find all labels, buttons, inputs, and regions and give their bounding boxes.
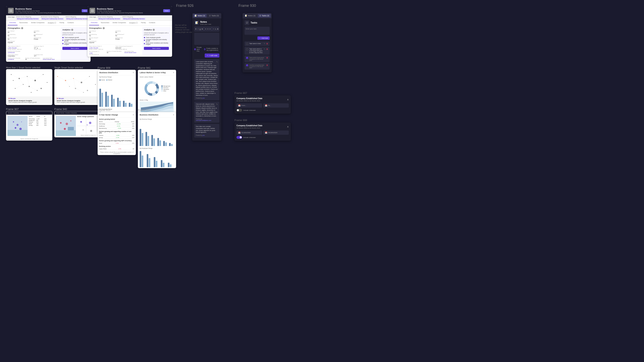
task-checkbox-4[interactable]: ✓ [246,64,248,66]
tag-section-smart: Smart Sector Mapping Mining and Craftman… [16,16,40,20]
svg-rect-1 [11,9,12,10]
strikethrough-btn[interactable]: S [202,27,203,31]
task-delete-3[interactable]: 🗑 [266,57,268,59]
task-edit-1[interactable]: ✎ [264,43,266,45]
task-edit-2[interactable]: ✎ [264,48,266,50]
date-from-input-filled[interactable]: 📅 01/JAN/2000 [236,130,262,135]
task-delete-1[interactable]: 🗑 [266,43,268,45]
svg-point-57 [64,128,66,130]
save-button-848[interactable]: Save [163,9,170,12]
tab-contacts-848[interactable]: Contacts [147,21,157,25]
svg-line-11 [35,74,43,80]
tab-overview-848[interactable]: Overview [89,21,99,25]
tab-similar-848[interactable]: Similar Companies [111,21,128,25]
note-author-3: Posted by you [196,135,218,136]
date-filter-chevron-empty[interactable]: ∧ [287,98,289,101]
task-delete-4[interactable]: 🗑 [266,64,268,66]
tab-taxonomies-848[interactable]: Taxonomies [99,21,111,25]
task-checkbox-2[interactable] [246,48,248,50]
task-text-4: Another completed task [249,64,265,66]
note-text-2: Cras arst velit, aliquam luctus lectus e… [196,103,218,117]
italic-btn[interactable]: I [197,27,199,31]
chart-header-909: Business Distribution × [98,70,136,75]
tab-similar[interactable]: Similar Companies [30,21,46,25]
date-filter-chevron-filled[interactable]: ∧ [287,125,289,128]
table-row: Energy 654 13% [29,124,51,126]
chart-close-909[interactable]: × [132,71,134,74]
chart-close-955[interactable]: × [132,113,134,116]
svg-point-21 [23,84,24,85]
legend-item-1: Sector [100,79,105,81]
tag-chip-naics-848[interactable]: Mining and Craftmanship Services [122,18,146,20]
tab-overview[interactable]: Overview [8,21,18,25]
task-entry-1: Task name in here ✎ 🗑 [244,41,270,46]
add-task-button[interactable]: + + Add task [258,36,270,40]
task-date-3: Completed on 00th Month 2024 [249,58,265,61]
note-edit-icon-2[interactable]: ✎ [216,103,218,105]
task-checkbox-3[interactable]: ✓ [246,57,248,59]
date-filter-header-filled: Company Established Date 00 Month 2000 t… [236,124,289,129]
toggle-unknown-empty[interactable] [236,109,242,112]
task-delete-2[interactable]: 🗑 [266,48,268,50]
tab-taxonomies[interactable]: Taxonomies [18,21,30,25]
tab-analytics[interactable]: Analytics ⓘ [46,21,58,25]
legend-1: Management [162,85,170,87]
tab-tasks[interactable]: ☑ Tasks (3) [208,14,220,17]
note-edit-icon-1[interactable]: ✎ [216,61,218,63]
save-demo-button[interactable]: Save a demo [62,47,87,50]
tag-chip[interactable]: Mining and Craftmanship Services [16,18,40,20]
task-checkbox-1[interactable] [246,43,248,45]
tab-family-848[interactable]: Family [139,21,147,25]
firmo-org-status: Organisation Status Corporation [8,54,33,57]
nav-tabs: Overview Taxonomies Similar Companies An… [6,21,90,25]
grid-btn[interactable]: ⊞ [217,27,218,31]
date-inputs-row-empty: 📅 From... 📅 To... [236,103,289,108]
ordered-list-btn[interactable]: 1. [215,27,216,31]
svg-rect-3 [11,11,12,12]
notes-input[interactable] [194,33,219,45]
sector-row-header: Sector Change Share [99,121,134,123]
svg-line-35 [76,88,84,92]
calendar-from-icon-empty: 📅 [238,104,240,107]
svg-line-15 [15,84,23,88]
bold-btn[interactable]: B [195,27,197,31]
align-center-btn[interactable]: ≡ [207,27,209,31]
save-demo-button-848[interactable]: Save a demo [144,47,169,50]
tab-contacts[interactable]: Contacts [66,21,76,25]
frame-938: Single Smart Sector selected [54,66,100,105]
bullet-list-btn[interactable]: • [212,27,214,31]
private-option[interactable]: Private (just me) [194,46,202,52]
tag-chip-848[interactable]: Mining and Craftmanship Services [98,18,121,20]
tasks-panel: 📝 Notes (3) ☑ Tasks (3) ☑ Tasks Enter yo… [242,13,272,72]
analytics-desc-848: Unlock the full power of analytics with … [144,32,169,35]
svg-rect-7 [92,11,94,12]
insight-text-938: Time company data and track insights gro… [57,102,98,103]
task-text-2: Task name which is a lot longer that goe… [249,48,263,53]
tab-family[interactable]: Family [58,21,66,25]
align-left-btn[interactable]: ≡ [205,27,207,31]
table-row: Healthcare 987 19% [29,120,51,121]
tab-analytics-848[interactable]: Analytics ⓘ [128,21,139,25]
tab-tasks-930[interactable]: ☑ Tasks (3) [258,14,271,17]
svg-point-51 [19,128,22,130]
public-option[interactable]: Public (visible to my organization) [204,46,219,52]
chart-close-941[interactable]: × [173,71,174,74]
svg-point-37 [65,80,66,81]
underline-btn[interactable]: U [199,27,201,31]
add-note-button[interactable]: + + Add note [205,53,219,57]
tab-notes[interactable]: 📝 Notes (3) [193,14,207,17]
tag-chip[interactable]: Mining and Craftmanship Services [41,18,64,20]
firmo-year: Year Started No [8,30,33,33]
tag-chip[interactable]: Mining and Craftmanship Services [66,18,89,20]
date-to-input-filled[interactable]: 📅 04/JAN/2024 [263,130,289,135]
tab-notes-930[interactable]: 📝 Notes (3) [243,14,257,17]
sector-row: Retail -1.2% 12% [99,142,134,144]
date-to-input-empty[interactable]: 📅 To... [263,103,289,108]
firmo-duns: D & B D-U-N-S Number 123432164 [8,51,59,53]
align-right-btn[interactable]: ≡ [209,27,211,31]
toggle-unknown-filled[interactable] [236,136,242,139]
tasks-input[interactable]: Enter your task [244,27,270,35]
chart-close-954[interactable]: × [173,113,174,116]
chart-title-941: Labour Market & Sector X-Ray [140,72,166,74]
date-from-input-empty[interactable]: 📅 From... [236,103,262,108]
